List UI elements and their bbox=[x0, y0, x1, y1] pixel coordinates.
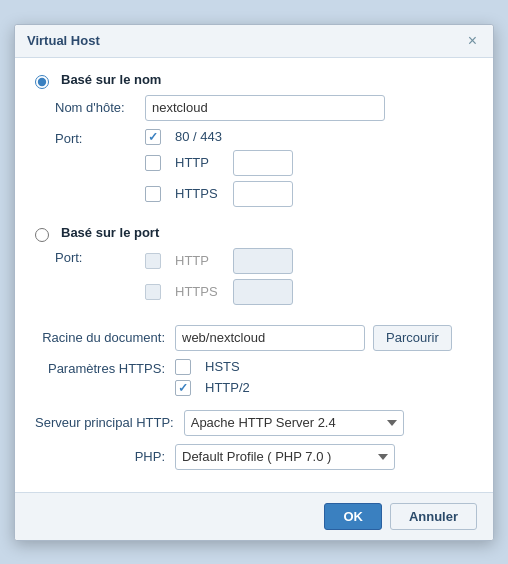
http2-checkbox[interactable] bbox=[175, 380, 191, 396]
http-server-label: Serveur principal HTTP: bbox=[35, 415, 184, 430]
document-root-value-col: Parcourir bbox=[175, 325, 452, 351]
http-port-input-port[interactable] bbox=[233, 248, 293, 274]
port-based-label: Basé sur le port bbox=[61, 225, 159, 240]
port-label-port: Port: bbox=[55, 250, 145, 265]
port-options-name: 80 / 443 HTTP HTTPS bbox=[145, 129, 293, 207]
port-options-port: HTTP HTTPS bbox=[145, 248, 293, 305]
name-based-label: Basé sur le nom bbox=[61, 72, 161, 87]
http-port-input-name[interactable] bbox=[233, 150, 293, 176]
document-root-row: Racine du document: Parcourir bbox=[35, 325, 473, 351]
https-port-input-port[interactable] bbox=[233, 279, 293, 305]
cancel-button[interactable]: Annuler bbox=[390, 503, 477, 530]
name-based-section: Basé sur le nom Nom d'hôte: Port: 80 / 4… bbox=[35, 72, 473, 215]
https-label-port: HTTPS bbox=[175, 284, 225, 299]
name-based-radio[interactable] bbox=[35, 75, 49, 89]
port-http-row-name: HTTP bbox=[145, 150, 293, 176]
php-label: PHP: bbox=[35, 449, 175, 464]
http2-label: HTTP/2 bbox=[205, 380, 250, 395]
port-https-row-port: HTTPS bbox=[145, 279, 293, 305]
php-value-col: Default Profile ( PHP 7.0 ) bbox=[175, 444, 395, 470]
http-label-name: HTTP bbox=[175, 155, 225, 170]
close-button[interactable]: × bbox=[464, 33, 481, 49]
http-server-select[interactable]: Apache HTTP Server 2.4 Nginx bbox=[184, 410, 404, 436]
dialog-body: Basé sur le nom Nom d'hôte: Port: 80 / 4… bbox=[15, 58, 493, 492]
hsts-label: HSTS bbox=[205, 359, 240, 374]
port-https-row-name: HTTPS bbox=[145, 181, 293, 207]
hostname-input[interactable] bbox=[145, 95, 385, 121]
hostname-label: Nom d'hôte: bbox=[55, 100, 145, 115]
http-server-value-col: Apache HTTP Server 2.4 Nginx bbox=[184, 410, 404, 436]
name-based-content: Basé sur le nom Nom d'hôte: Port: 80 / 4… bbox=[55, 72, 473, 215]
https-params-options: HSTS HTTP/2 bbox=[175, 359, 250, 396]
port-80-443-checkbox[interactable] bbox=[145, 129, 161, 145]
https-label-name: HTTPS bbox=[175, 186, 225, 201]
hsts-row: HSTS bbox=[175, 359, 250, 375]
https-checkbox-name[interactable] bbox=[145, 186, 161, 202]
document-root-input[interactable] bbox=[175, 325, 365, 351]
port-based-content: Basé sur le port Port: HTTP HTTPS bbox=[55, 225, 473, 313]
dialog-header: Virtual Host × bbox=[15, 25, 493, 58]
https-params-row: Paramètres HTTPS: HSTS HTTP/2 bbox=[35, 359, 473, 396]
port-row-port: Port: HTTP HTTPS bbox=[55, 248, 473, 305]
port-80-443-label: 80 / 443 bbox=[175, 129, 222, 144]
port-based-radio[interactable] bbox=[35, 228, 49, 242]
php-select[interactable]: Default Profile ( PHP 7.0 ) bbox=[175, 444, 395, 470]
hostname-row: Nom d'hôte: bbox=[55, 95, 473, 121]
virtual-host-dialog: Virtual Host × Basé sur le nom Nom d'hôt… bbox=[14, 24, 494, 541]
port-http-row-port: HTTP bbox=[145, 248, 293, 274]
port-based-section: Basé sur le port Port: HTTP HTTPS bbox=[35, 225, 473, 313]
http2-row: HTTP/2 bbox=[175, 380, 250, 396]
port-label-name: Port: bbox=[55, 131, 145, 146]
dialog-footer: OK Annuler bbox=[15, 492, 493, 540]
https-port-input-name[interactable] bbox=[233, 181, 293, 207]
port-80-443-row: 80 / 443 bbox=[145, 129, 293, 145]
document-root-label: Racine du document: bbox=[35, 330, 175, 345]
browse-button[interactable]: Parcourir bbox=[373, 325, 452, 351]
http-checkbox-port[interactable] bbox=[145, 253, 161, 269]
hsts-checkbox[interactable] bbox=[175, 359, 191, 375]
http-label-port: HTTP bbox=[175, 253, 225, 268]
https-checkbox-port[interactable] bbox=[145, 284, 161, 300]
port-row-name: Port: 80 / 443 HTTP HT bbox=[55, 129, 473, 207]
https-params-label: Paramètres HTTPS: bbox=[35, 361, 175, 376]
http-server-row: Serveur principal HTTP: Apache HTTP Serv… bbox=[35, 410, 473, 436]
dialog-title: Virtual Host bbox=[27, 33, 100, 48]
ok-button[interactable]: OK bbox=[324, 503, 382, 530]
php-row: PHP: Default Profile ( PHP 7.0 ) bbox=[35, 444, 473, 470]
http-checkbox-name[interactable] bbox=[145, 155, 161, 171]
